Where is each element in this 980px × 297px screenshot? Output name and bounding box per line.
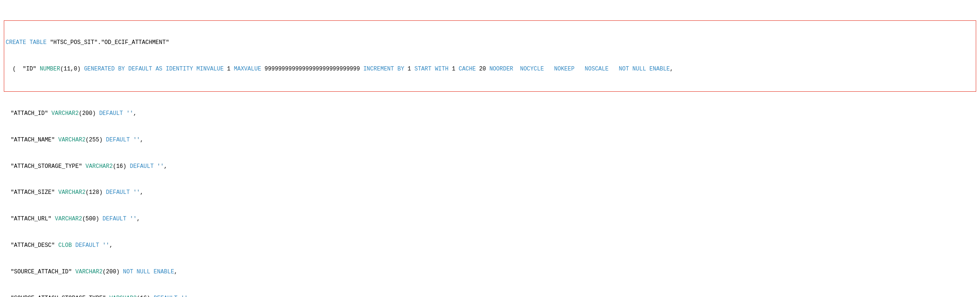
line-6: "ATTACH_SIZE" VARCHAR2(128) DEFAULT '',	[4, 188, 976, 197]
line-2: ( "ID" NUMBER(11,0) GENERATED BY DEFAULT…	[6, 65, 974, 74]
line-1: CREATE TABLE "HTSC_POS_SIT"."OD_ECIF_ATT…	[6, 38, 974, 47]
line-3: "ATTACH_ID" VARCHAR2(200) DEFAULT '',	[4, 109, 976, 118]
line-8: "ATTACH_DESC" CLOB DEFAULT '',	[4, 241, 976, 250]
line-7: "ATTACH_URL" VARCHAR2(500) DEFAULT '',	[4, 215, 976, 224]
code-editor: CREATE TABLE "HTSC_POS_SIT"."OD_ECIF_ATT…	[0, 0, 980, 297]
line-9: "SOURCE_ATTACH_ID" VARCHAR2(200) NOT NUL…	[4, 268, 976, 277]
line-5: "ATTACH_STORAGE_TYPE" VARCHAR2(16) DEFAU…	[4, 162, 976, 171]
sql-code: CREATE TABLE "HTSC_POS_SIT"."OD_ECIF_ATT…	[4, 3, 976, 297]
line-10: "SOURCE_ATTACH_STORAGE_TYPE" VARCHAR2(16…	[4, 294, 976, 297]
line-4: "ATTACH_NAME" VARCHAR2(255) DEFAULT '',	[4, 136, 976, 145]
